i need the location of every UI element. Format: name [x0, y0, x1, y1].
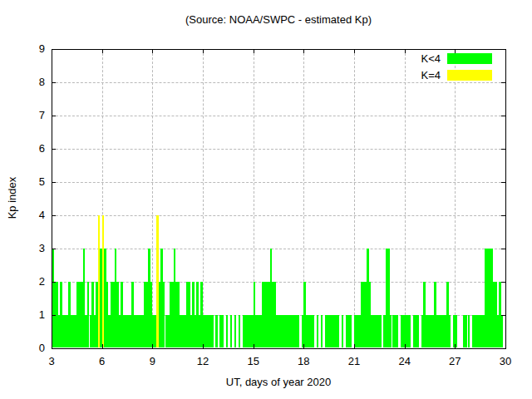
x-tick-bottom — [405, 344, 406, 348]
x-axis-label: UT, days of year 2020 — [52, 376, 505, 388]
legend-label-k-lt-4: K<4 — [381, 52, 441, 66]
x-tick-label: 9 — [135, 355, 169, 368]
y-tick-left — [52, 282, 56, 283]
y-tick-label: 9 — [17, 42, 45, 56]
x-tick-label: 12 — [186, 355, 219, 368]
y-tick-left — [52, 215, 56, 216]
x-tick-bottom — [455, 344, 456, 348]
y-tick-left — [52, 116, 56, 116]
y-tick-left — [52, 182, 56, 183]
legend-swatch-k-lt-4 — [447, 53, 492, 64]
x-tick-top — [505, 49, 506, 53]
x-tick-bottom — [152, 344, 153, 348]
x-tick-label: 21 — [337, 355, 371, 368]
y-tick-right — [501, 182, 505, 183]
y-tick-left — [52, 82, 56, 83]
y-tick-label: 6 — [17, 142, 45, 155]
y-tick-label: 7 — [17, 109, 45, 122]
y-tick-left — [52, 315, 56, 316]
x-tick-top — [203, 49, 204, 53]
x-tick-label: 27 — [438, 355, 471, 368]
x-tick-label: 30 — [489, 355, 522, 368]
y-tick-label: 8 — [17, 76, 45, 89]
y-tick-right — [501, 116, 505, 116]
y-tick-label: 0 — [17, 342, 45, 355]
y-tick-right — [501, 249, 505, 249]
x-tick-label: 18 — [287, 355, 320, 368]
y-axis-label: Kp index — [6, 160, 19, 235]
x-tick-top — [102, 49, 103, 53]
y-tick-right — [501, 49, 505, 50]
x-tick-top — [254, 49, 254, 53]
legend-label-k-eq-4: K=4 — [381, 69, 441, 82]
x-tick-top — [303, 49, 304, 53]
y-tick-right — [501, 315, 505, 316]
y-tick-right — [501, 149, 505, 150]
y-tick-right — [501, 82, 505, 83]
x-tick-label: 15 — [237, 355, 270, 368]
y-tick-right — [501, 215, 505, 216]
y-tick-label: 5 — [17, 175, 45, 189]
x-tick-bottom — [505, 344, 506, 348]
y-tick-label: 4 — [17, 209, 45, 222]
x-tick-bottom — [303, 344, 304, 348]
x-tick-label: 24 — [388, 355, 421, 368]
x-tick-top — [354, 49, 355, 53]
y-tick-left — [52, 348, 56, 349]
x-tick-bottom — [203, 344, 204, 348]
y-tick-left — [52, 249, 56, 249]
plot-border — [52, 49, 506, 349]
x-tick-bottom — [102, 344, 103, 348]
legend-swatch-k-eq-4 — [447, 70, 492, 81]
y-tick-label: 3 — [17, 242, 45, 255]
y-tick-label: 2 — [17, 275, 45, 288]
x-tick-bottom — [354, 344, 355, 348]
y-tick-left — [52, 49, 56, 50]
x-tick-bottom — [254, 344, 254, 348]
y-tick-left — [52, 149, 56, 150]
x-tick-label: 3 — [35, 355, 68, 368]
x-tick-top — [152, 49, 153, 53]
y-tick-right — [501, 282, 505, 283]
y-tick-label: 1 — [17, 308, 45, 322]
y-tick-right — [501, 348, 505, 349]
chart-title: (Source: NOAA/SWPC - estimated Kp) — [52, 13, 505, 26]
kp-index-chart: (Source: NOAA/SWPC - estimated Kp) Kp in… — [0, 0, 532, 399]
x-tick-label: 6 — [86, 355, 119, 368]
